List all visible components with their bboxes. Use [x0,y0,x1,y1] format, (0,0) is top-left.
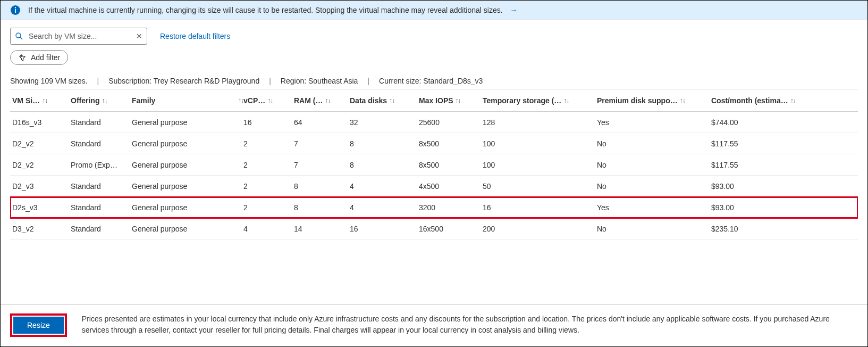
cell-premium-disk: No [597,225,711,233]
cell-temp-storage: 16 [483,203,597,212]
cell-data-disks: 16 [350,225,419,233]
sort-icon: ↑↓ [790,97,796,104]
sort-icon: ↑↓ [325,97,330,104]
col-max-iops[interactable]: Max IOPS↑↓ [419,96,483,105]
cell-max-iops: 25600 [419,118,483,127]
add-filter-label: Add filter [31,53,60,62]
table-body[interactable]: D16s_v3StandardGeneral purpose1664322560… [10,112,858,239]
status-current-size: Current size: Standard_D8s_v3 [379,77,483,85]
col-offering[interactable]: Offering↑↓ [71,96,132,105]
resize-button[interactable]: Resize [13,317,64,334]
cell-ram: 8 [294,182,350,191]
cell-data-disks: 4 [350,182,419,191]
cell-ram: 8 [294,203,350,212]
cell-max-iops: 16x500 [419,225,483,233]
cell-offering: Standard [71,203,132,212]
table-row[interactable]: D2s_v3StandardGeneral purpose284320016Ye… [10,197,858,218]
col-family[interactable]: Family↑↓ [132,96,243,105]
cell-offering: Standard [71,225,132,233]
col-vcpus[interactable]: vCP…↑↓ [243,96,294,105]
search-input[interactable] [28,31,132,41]
table-header: VM Si…↑↓ Offering↑↓ Family↑↓ vCP…↑↓ RAM … [10,89,858,112]
cell-data-disks: 4 [350,203,419,212]
cell-vm-size: D16s_v3 [12,118,71,127]
col-cost[interactable]: Cost/month (estima…↑↓ [711,96,818,105]
cell-vcpus: 2 [243,161,294,169]
cell-temp-storage: 100 [483,161,597,169]
toolbar: ✕ Restore default filters [1,20,867,45]
cell-family: General purpose [132,225,243,233]
cell-vcpus: 2 [243,139,294,148]
cell-vm-size: D3_v2 [12,225,71,233]
table-row[interactable]: D2_v3StandardGeneral purpose2844x50050No… [10,176,858,197]
vm-size-table: VM Si…↑↓ Offering↑↓ Family↑↓ vCP…↑↓ RAM … [10,89,858,304]
cell-vm-size: D2_v2 [12,139,71,148]
restore-filters-link[interactable]: Restore default filters [160,32,230,40]
cell-offering: Standard [71,118,132,127]
sort-icon: ↑↓ [102,97,107,104]
table-row[interactable]: D16s_v3StandardGeneral purpose1664322560… [10,112,858,133]
sort-icon: ↑↓ [238,97,243,104]
cell-vcpus: 2 [243,182,294,191]
banner-text: If the virtual machine is currently runn… [28,6,503,14]
cell-max-iops: 8x500 [419,161,483,169]
cell-vm-size: D2_v3 [12,182,71,191]
cell-temp-storage: 128 [483,118,597,127]
banner-more-link[interactable]: → [510,6,518,14]
status-region: Region: Southeast Asia [281,77,358,85]
sort-icon: ↑↓ [389,97,394,104]
col-data-disks[interactable]: Data disks↑↓ [350,96,419,105]
table-row[interactable]: D2_v2StandardGeneral purpose2788x500100N… [10,133,858,154]
cell-ram: 7 [294,161,350,169]
svg-line-4 [20,37,22,39]
sort-icon: ↑↓ [42,97,47,104]
cell-premium-disk: Yes [597,118,711,127]
cell-cost: $744.00 [711,118,818,127]
cell-family: General purpose [132,161,243,169]
cell-ram: 64 [294,118,350,127]
separator: | [367,77,369,85]
cell-data-disks: 8 [350,139,419,148]
cell-family: General purpose [132,203,243,212]
sort-icon: ↑↓ [456,97,461,104]
cell-cost: $93.00 [711,203,818,212]
cell-vcpus: 16 [243,118,294,127]
cell-vm-size: D2_v2 [12,161,71,169]
sort-icon: ↑↓ [267,97,273,104]
clear-search-icon[interactable]: ✕ [136,32,142,40]
info-banner: If the virtual machine is currently runn… [1,1,867,20]
cell-family: General purpose [132,118,243,127]
col-vm-size[interactable]: VM Si…↑↓ [12,96,71,105]
table-row[interactable]: D3_v2StandardGeneral purpose4141616x5002… [10,218,858,239]
cell-ram: 14 [294,225,350,233]
col-temp-storage[interactable]: Temporary storage (…↑↓ [483,96,597,105]
separator: | [269,77,271,85]
add-filter-button[interactable]: Add filter [10,50,68,65]
cell-cost: $235.10 [711,225,818,233]
sort-icon: ↑↓ [680,97,685,104]
cell-family: General purpose [132,182,243,191]
col-ram[interactable]: RAM (…↑↓ [294,96,350,105]
cell-premium-disk: Yes [597,203,711,212]
footer-disclaimer: Prices presented are estimates in your l… [82,313,858,336]
table-row[interactable]: D2_v2Promo (Exp…General purpose2788x5001… [10,154,858,176]
col-premium-disk[interactable]: Premium disk suppo…↑↓ [597,96,711,105]
cell-offering: Standard [71,139,132,148]
status-bar: Showing 109 VM sizes. | Subscription: Tr… [1,65,867,89]
cell-premium-disk: No [597,161,711,169]
cell-max-iops: 8x500 [419,139,483,148]
cell-cost: $93.00 [711,182,818,191]
cell-family: General purpose [132,139,243,148]
cell-offering: Standard [71,182,132,191]
svg-rect-1 [15,9,16,13]
status-subscription: Subscription: Trey Research R&D Playgrou… [108,77,259,85]
cell-vm-size: D2s_v3 [12,203,71,212]
svg-point-3 [16,33,21,38]
search-input-wrap[interactable]: ✕ [10,28,147,45]
cell-temp-storage: 100 [483,139,597,148]
cell-data-disks: 8 [350,161,419,169]
status-count: Showing 109 VM sizes. [10,77,88,85]
cell-ram: 7 [294,139,350,148]
cell-data-disks: 32 [350,118,419,127]
cell-cost: $117.55 [711,139,818,148]
